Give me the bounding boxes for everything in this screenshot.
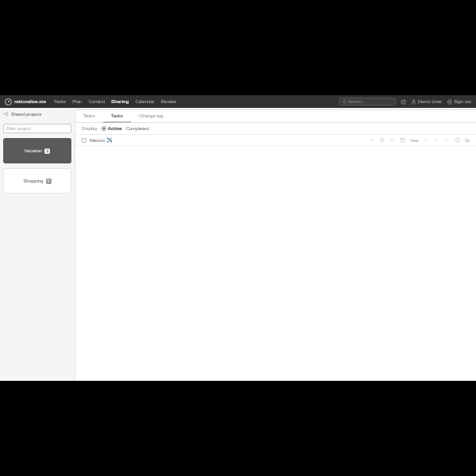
- user-menu[interactable]: Demo User: [411, 99, 442, 105]
- svg-text:?: ?: [402, 100, 404, 103]
- tab-tasks[interactable]: Tasks: [103, 110, 131, 123]
- star-icon[interactable]: [424, 137, 429, 143]
- display-completed[interactable]: Completed: [126, 126, 149, 131]
- nav-sharing[interactable]: Sharing: [111, 99, 129, 104]
- project-card-shopping[interactable]: Shopping 0: [3, 168, 71, 194]
- signout-icon: [447, 99, 452, 105]
- svg-line-12: [381, 139, 384, 142]
- pin-icon[interactable]: [434, 137, 440, 143]
- nav-review[interactable]: Review: [161, 99, 177, 104]
- help-icon: ?: [401, 99, 406, 105]
- nav-context[interactable]: Context: [88, 99, 105, 104]
- svg-point-5: [4, 113, 6, 115]
- svg-line-1: [345, 102, 346, 103]
- calendar-icon[interactable]: [400, 137, 405, 143]
- task-checkbox[interactable]: [82, 138, 86, 143]
- project-count-badge: 1: [44, 148, 50, 154]
- tag-icon[interactable]: [390, 137, 395, 143]
- shared-projects-header: Shared projects: [3, 109, 71, 119]
- brand-logo[interactable]: rationalize.me: [5, 98, 46, 106]
- display-label: Display: [82, 126, 98, 131]
- task-time[interactable]: 1h: [465, 138, 470, 143]
- search-box[interactable]: [339, 98, 396, 106]
- nav-tasks[interactable]: Tasks: [54, 99, 66, 104]
- project-count-badge: 0: [46, 178, 52, 184]
- project-card-vacation[interactable]: Vacation 1: [3, 138, 71, 163]
- svg-line-9: [6, 114, 7, 115]
- nav-plan[interactable]: Plan: [72, 99, 82, 104]
- clock-icon[interactable]: [455, 137, 460, 143]
- shared-projects-label: Shared projects: [11, 112, 42, 117]
- svg-point-6: [6, 112, 8, 113]
- svg-point-0: [343, 100, 345, 102]
- brand-text: rationalize.me: [14, 99, 46, 104]
- project-name: Vacation: [25, 148, 43, 153]
- user-name: Demo User: [418, 99, 442, 104]
- project-name: Shopping: [23, 178, 43, 183]
- help-button[interactable]: ?: [401, 99, 406, 105]
- task-row[interactable]: México ✈️ A Year 1h: [75, 135, 476, 146]
- flag-icon[interactable]: [444, 137, 450, 143]
- share-icon: [3, 111, 9, 117]
- svg-text:A: A: [370, 138, 373, 142]
- project-tabs: Team Tasks Change log: [75, 110, 476, 123]
- search-input[interactable]: [348, 99, 392, 104]
- svg-point-18: [436, 138, 438, 140]
- task-title[interactable]: México ✈️: [90, 137, 112, 143]
- brand-icon: [5, 98, 12, 106]
- priority-a-icon[interactable]: A: [369, 137, 374, 143]
- block-icon[interactable]: [379, 137, 385, 143]
- search-icon: [343, 99, 347, 104]
- signout-label: Sign out: [454, 99, 471, 104]
- sidebar: Shared projects Vacation 1 Shopping 0: [0, 108, 75, 381]
- main-nav: Tasks Plan Context Sharing Calendar Revi…: [54, 99, 176, 104]
- filter-project-input[interactable]: [3, 124, 71, 133]
- svg-point-4: [413, 99, 415, 102]
- display-active[interactable]: Active: [102, 126, 122, 131]
- tab-changelog[interactable]: Change log: [131, 110, 171, 122]
- tab-team[interactable]: Team: [75, 110, 103, 122]
- svg-rect-14: [401, 138, 405, 142]
- nav-calendar[interactable]: Calendar: [135, 99, 154, 104]
- user-icon: [411, 99, 416, 105]
- task-actions: A Year 1h: [369, 137, 470, 143]
- signout-button[interactable]: Sign out: [447, 99, 471, 105]
- display-filter-row: Display Active Completed: [75, 123, 476, 135]
- main-panel: Team Tasks Change log Display Active Com…: [75, 109, 476, 381]
- task-year[interactable]: Year: [410, 138, 419, 143]
- radio-icon: [102, 126, 106, 131]
- svg-line-8: [6, 113, 7, 113]
- svg-point-7: [6, 114, 8, 116]
- svg-rect-13: [390, 139, 393, 141]
